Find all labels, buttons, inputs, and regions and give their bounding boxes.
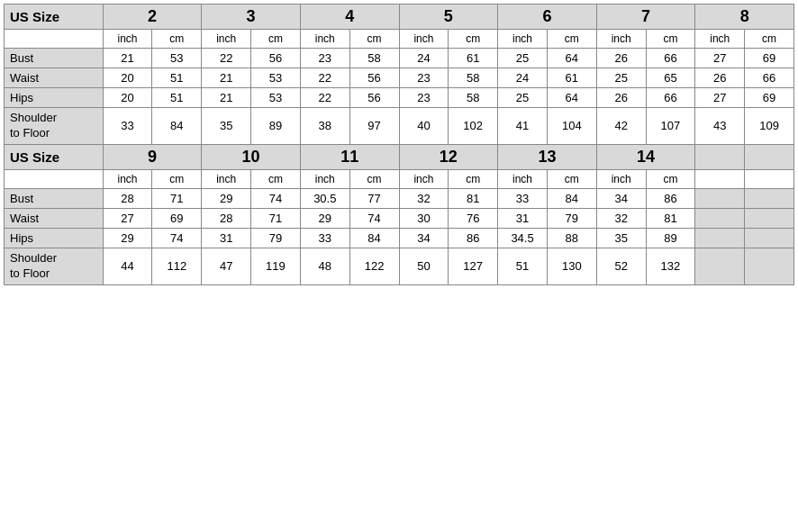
size-chart-wrapper: US Size 2 3 4 5 6 7 8 inch cm inch cm in… bbox=[0, 0, 798, 289]
bust-6-cm: 64 bbox=[547, 49, 596, 68]
empty-2 bbox=[745, 144, 794, 169]
bust-4-inch: 23 bbox=[300, 49, 349, 68]
hips-row-2: Hips 29 74 31 79 33 84 34 86 34.5 88 35 … bbox=[5, 228, 794, 248]
waist-label-1: Waist bbox=[5, 68, 104, 88]
us-size-label-2: US Size bbox=[5, 144, 104, 169]
bust-2-inch: 21 bbox=[103, 49, 152, 68]
s1-inch-2: inch bbox=[202, 30, 251, 49]
s2-inch-6: inch bbox=[596, 169, 646, 188]
s1-cm-5: cm bbox=[547, 30, 596, 49]
s2-inch-5: inch bbox=[498, 169, 548, 188]
s2-cm-3: cm bbox=[349, 169, 399, 188]
s1-inch-1: inch bbox=[103, 30, 152, 49]
s2-inch-4: inch bbox=[399, 169, 449, 188]
s1-inch-6: inch bbox=[596, 30, 646, 49]
bust-row-2: Bust 28 71 29 74 30.5 77 32 81 33 84 34 … bbox=[5, 188, 794, 208]
size-8-header: 8 bbox=[695, 5, 794, 30]
s1-cm-2: cm bbox=[251, 30, 301, 49]
empty-1 bbox=[695, 144, 745, 169]
s1-cm-3: cm bbox=[349, 30, 399, 49]
waist-label-2: Waist bbox=[5, 208, 104, 228]
us-size-label-1: US Size bbox=[5, 5, 104, 30]
bust-7-cm: 66 bbox=[646, 49, 695, 68]
size-2-header: 2 bbox=[103, 5, 202, 30]
bust-5-inch: 24 bbox=[399, 49, 449, 68]
s1-inch-7: inch bbox=[695, 30, 745, 49]
bust-label-2: Bust bbox=[5, 188, 104, 208]
size-10-header: 10 bbox=[202, 144, 301, 169]
bust-5-cm: 61 bbox=[449, 49, 498, 68]
hips-label-2: Hips bbox=[5, 228, 104, 248]
empty-label-2 bbox=[5, 169, 104, 188]
bust-3-inch: 22 bbox=[202, 49, 251, 68]
size-4-header: 4 bbox=[300, 5, 399, 30]
shoulder-label-2: Shoulderto Floor bbox=[5, 248, 104, 284]
section1-header-row: US Size 2 3 4 5 6 7 8 bbox=[5, 5, 794, 30]
size-14-header: 14 bbox=[596, 144, 695, 169]
section2-sub-header: inch cm inch cm inch cm inch cm inch cm … bbox=[5, 169, 794, 188]
s1-cm-1: cm bbox=[152, 30, 202, 49]
s2-cm-5: cm bbox=[547, 169, 596, 188]
size-13-header: 13 bbox=[498, 144, 597, 169]
empty-3 bbox=[695, 169, 745, 188]
size-3-header: 3 bbox=[202, 5, 301, 30]
hips-label-1: Hips bbox=[5, 88, 104, 108]
size-chart-table: US Size 2 3 4 5 6 7 8 inch cm inch cm in… bbox=[4, 4, 794, 285]
shoulder-row-1: Shoulderto Floor 33 84 35 89 38 97 40 10… bbox=[5, 108, 794, 145]
s2-inch-3: inch bbox=[300, 169, 349, 188]
bust-4-cm: 58 bbox=[349, 49, 399, 68]
s2-cm-4: cm bbox=[449, 169, 498, 188]
size-7-header: 7 bbox=[596, 5, 695, 30]
s2-inch-2: inch bbox=[202, 169, 251, 188]
shoulder-label-1: Shoulderto Floor bbox=[5, 108, 104, 145]
bust-row-1: Bust 21 53 22 56 23 58 24 61 25 64 26 66… bbox=[5, 49, 794, 68]
bust-8-cm: 69 bbox=[745, 49, 794, 68]
size-5-header: 5 bbox=[399, 5, 498, 30]
bust-3-cm: 56 bbox=[251, 49, 301, 68]
bust-8-inch: 27 bbox=[695, 49, 745, 68]
size-9-header: 9 bbox=[103, 144, 202, 169]
bust-2-cm: 53 bbox=[152, 49, 202, 68]
s1-cm-6: cm bbox=[646, 30, 695, 49]
empty-4 bbox=[745, 169, 794, 188]
waist-row-1: Waist 20 51 21 53 22 56 23 58 24 61 25 6… bbox=[5, 68, 794, 88]
shoulder-row-2: Shoulderto Floor 44 112 47 119 48 122 50… bbox=[5, 248, 794, 284]
section1-sub-header: inch cm inch cm inch cm inch cm inch cm … bbox=[5, 30, 794, 49]
s1-cm-7: cm bbox=[745, 30, 794, 49]
size-6-header: 6 bbox=[498, 5, 597, 30]
size-11-header: 11 bbox=[300, 144, 399, 169]
s2-inch-1: inch bbox=[103, 169, 152, 188]
empty-label-1 bbox=[5, 30, 104, 49]
s1-cm-4: cm bbox=[449, 30, 498, 49]
s2-cm-1: cm bbox=[152, 169, 202, 188]
s1-inch-5: inch bbox=[498, 30, 548, 49]
waist-row-2: Waist 27 69 28 71 29 74 30 76 31 79 32 8… bbox=[5, 208, 794, 228]
s1-inch-4: inch bbox=[399, 30, 449, 49]
s2-cm-2: cm bbox=[251, 169, 301, 188]
bust-label-1: Bust bbox=[5, 49, 104, 68]
hips-row-1: Hips 20 51 21 53 22 56 23 58 25 64 26 66… bbox=[5, 88, 794, 108]
section2-header-row: US Size 9 10 11 12 13 14 bbox=[5, 144, 794, 169]
s1-inch-3: inch bbox=[300, 30, 349, 49]
bust-7-inch: 26 bbox=[596, 49, 646, 68]
size-12-header: 12 bbox=[399, 144, 498, 169]
s2-cm-6: cm bbox=[646, 169, 695, 188]
bust-6-inch: 25 bbox=[498, 49, 548, 68]
